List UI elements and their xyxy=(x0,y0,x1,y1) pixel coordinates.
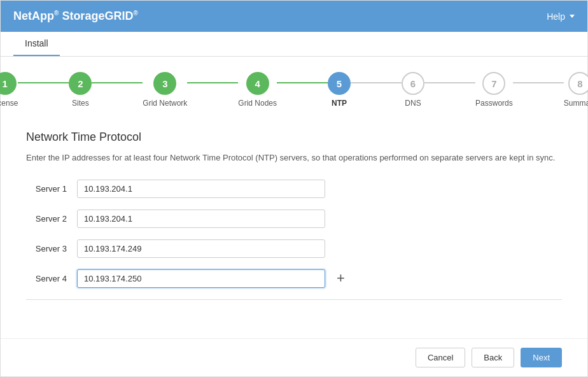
section-title: Network Time Protocol xyxy=(26,131,562,144)
server-2-row: Server 2 xyxy=(26,210,562,228)
server-4-input[interactable] xyxy=(77,269,325,288)
help-button[interactable]: Help xyxy=(547,11,575,22)
step-8: 8 Summary xyxy=(564,72,588,108)
step-circle-2: 2 xyxy=(69,72,92,95)
step-3: 3 Grid Network xyxy=(143,72,187,108)
server-1-row: Server 1 xyxy=(26,180,562,198)
step-label-5: NTP xyxy=(332,99,347,108)
tab-bar: Install xyxy=(1,32,587,57)
step-1: 1 License xyxy=(0,72,18,108)
step-label-8: Summary xyxy=(564,99,588,108)
step-label-7: Passwords xyxy=(475,99,513,108)
step-2: 2 Sites xyxy=(69,72,92,108)
step-7: 7 Passwords xyxy=(475,72,513,108)
cancel-button[interactable]: Cancel xyxy=(416,348,465,367)
step-circle-6: 6 xyxy=(402,72,424,95)
server-2-input[interactable] xyxy=(77,210,325,228)
connector-5-6 xyxy=(351,82,402,83)
step-6: 6 DNS xyxy=(402,72,424,108)
server-3-input[interactable] xyxy=(77,239,325,258)
step-circle-5: 5 xyxy=(328,72,351,95)
app-header: NetApp® StorageGRID® Help xyxy=(1,1,587,32)
connector-2-3 xyxy=(92,82,143,83)
step-4: 4 Grid Nodes xyxy=(238,72,277,108)
server-1-input[interactable] xyxy=(77,180,325,198)
step-label-3: Grid Network xyxy=(143,99,187,108)
next-button[interactable]: Next xyxy=(521,348,562,367)
step-label-2: Sites xyxy=(72,99,89,108)
step-circle-4: 4 xyxy=(246,72,269,95)
connector-6-7 xyxy=(424,82,475,83)
server-2-label: Server 2 xyxy=(26,214,77,224)
connector-7-8 xyxy=(513,82,564,83)
back-button[interactable]: Back xyxy=(472,348,514,367)
step-label-6: DNS xyxy=(405,99,421,108)
server-1-label: Server 1 xyxy=(26,184,77,194)
connector-4-5 xyxy=(277,82,328,83)
step-label-4: Grid Nodes xyxy=(238,99,277,108)
step-circle-7: 7 xyxy=(482,72,505,95)
server-4-label: Server 4 xyxy=(26,274,77,283)
step-circle-8: 8 xyxy=(568,72,588,95)
app-title: NetApp® StorageGRID® xyxy=(13,10,138,23)
add-server-button[interactable]: + xyxy=(334,270,347,287)
content-divider xyxy=(26,299,562,300)
connector-3-4 xyxy=(187,82,238,83)
server-3-label: Server 3 xyxy=(26,244,77,253)
step-circle-1: 1 xyxy=(0,72,17,95)
step-circle-3: 3 xyxy=(153,72,176,95)
main-content: Network Time Protocol Enter the IP addre… xyxy=(1,118,587,338)
tab-install[interactable]: Install xyxy=(13,32,60,56)
step-label-1: License xyxy=(0,99,18,108)
server-3-row: Server 3 xyxy=(26,239,562,258)
stepper: 1 License 2 Sites 3 Grid Network 4 Grid … xyxy=(1,57,587,118)
server-4-row: Server 4 + xyxy=(26,269,562,288)
footer: Cancel Back Next xyxy=(1,338,587,376)
step-5: 5 NTP xyxy=(328,72,351,108)
chevron-down-icon xyxy=(570,15,575,18)
section-description: Enter the IP addresses for at least four… xyxy=(26,152,562,164)
connector-1-2 xyxy=(18,82,69,83)
